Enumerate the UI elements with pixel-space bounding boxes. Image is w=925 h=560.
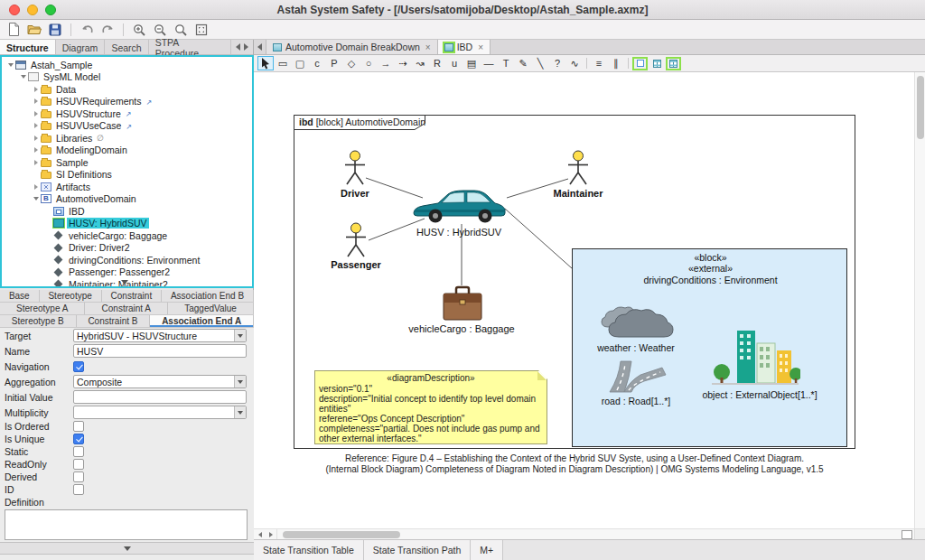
curve-tool-button[interactable]: ∿ (566, 56, 583, 70)
is-unique-checkbox[interactable] (73, 434, 84, 444)
tree-item-ibd[interactable]: IBD (2, 205, 252, 218)
name-input[interactable] (73, 344, 247, 358)
tab-base[interactable]: Base (0, 290, 40, 302)
expander-icon[interactable] (31, 184, 41, 190)
model-tree[interactable]: Astah_Sample SysML Model Data HSUVRequir… (0, 55, 254, 288)
tab-stereotype[interactable]: Stereotype (40, 290, 102, 302)
expander-icon[interactable] (31, 123, 41, 128)
external-object-node[interactable] (710, 327, 800, 387)
tree-item-selected[interactable]: HUSV: HybridSUV (2, 218, 252, 230)
help-tool-button[interactable]: ? (549, 56, 565, 70)
id-checkbox[interactable] (73, 484, 84, 495)
tab-association-end-b[interactable]: Association End B (162, 290, 254, 302)
passenger-actor[interactable] (344, 222, 368, 258)
tree-item-automotive-domain[interactable]: AutomotiveDomain (2, 193, 252, 206)
maintainer-actor[interactable] (566, 150, 590, 186)
tree-item[interactable]: vehicleCargo: Baggage (2, 229, 252, 242)
new-file-button[interactable] (5, 22, 22, 38)
car-node[interactable] (411, 185, 507, 225)
tab-stereotype-a[interactable]: Stereotype A (0, 303, 85, 314)
tab-constraint[interactable]: Constraint (102, 290, 162, 302)
distribute-tool-button[interactable]: ∥ (608, 56, 624, 70)
is-ordered-checkbox[interactable] (73, 421, 84, 432)
text-tool-button[interactable]: T (498, 56, 514, 70)
tab-stpa-procedure[interactable]: STPA Procedure (149, 40, 231, 54)
constraint-tool-button[interactable]: c (309, 56, 325, 70)
zoom-reset-button[interactable] (173, 22, 189, 38)
select-tool-button[interactable] (257, 56, 274, 70)
close-window-button[interactable] (9, 5, 20, 15)
scroll-tabs-left-icon[interactable] (236, 43, 240, 51)
flow-tool-button[interactable]: → (378, 56, 394, 70)
scroll-right-button[interactable] (266, 529, 277, 539)
tab-automotive-domain-breakdown[interactable]: Automotive Domain BreakDown × (266, 40, 438, 54)
tree-item[interactable]: Driver: Driver2 (2, 242, 252, 255)
diagram-canvas[interactable]: ibd [block] AutomotiveDomain Driver (254, 72, 925, 539)
tab-structure[interactable]: Structure (0, 40, 56, 54)
tree-item[interactable]: Sample (2, 156, 252, 169)
tree-item-model[interactable]: SysML Model (2, 71, 252, 84)
redo-button[interactable] (99, 22, 116, 38)
expander-icon[interactable] (18, 75, 28, 79)
dependency-tool-button[interactable]: ⇢ (395, 56, 411, 70)
initial-value-input[interactable] (73, 390, 247, 404)
tree-item[interactable]: HSUVUseCase (2, 120, 252, 133)
port-tool-button[interactable]: P (326, 56, 342, 70)
show-frame-toggle-button[interactable] (632, 57, 648, 70)
rectangle-tool-button[interactable]: ▭ (275, 56, 291, 70)
tree-item[interactable]: Passenger: Passenger2 (2, 266, 252, 279)
tree-item[interactable]: ModelingDomain (2, 145, 252, 157)
horizontal-scroll-thumb[interactable] (283, 531, 400, 538)
expander-icon[interactable] (31, 111, 41, 117)
tree-item[interactable]: HSUVRequirements (2, 96, 252, 108)
tab-constraint-a[interactable]: Constraint A (85, 303, 168, 314)
road-node[interactable] (606, 358, 669, 394)
expander-icon[interactable] (31, 98, 41, 104)
dropdown-arrow-icon[interactable] (234, 406, 246, 418)
requirement-tool-button[interactable]: R (429, 56, 445, 70)
scroll-left-button[interactable] (254, 529, 266, 539)
aggregation-combobox[interactable]: Composite (73, 375, 247, 388)
tab-ibd[interactable]: IBD × (438, 40, 491, 54)
dropdown-arrow-icon[interactable] (234, 330, 246, 341)
part-tool-button[interactable]: ◇ (343, 56, 360, 70)
zoom-out-button[interactable] (152, 22, 168, 38)
open-file-button[interactable] (26, 22, 42, 38)
expander-icon[interactable] (5, 63, 15, 67)
environment-block[interactable]: «block» «external» drivingConditions : E… (572, 248, 847, 447)
prev-tab-icon[interactable] (257, 43, 262, 51)
tree-item[interactable]: SI Definitions (2, 169, 252, 182)
minimize-window-button[interactable] (27, 5, 38, 15)
diagonal-line-tool-button[interactable]: ╲ (532, 56, 548, 70)
auto-layout-toggle-button[interactable] (666, 57, 681, 70)
driver-actor[interactable] (343, 150, 367, 186)
tree-item[interactable]: drivingConditions: Environment (2, 254, 252, 266)
zoom-window-button[interactable] (45, 5, 56, 15)
rounded-rectangle-tool-button[interactable]: ▢ (292, 56, 308, 70)
item-flow-tool-button[interactable]: ↝ (412, 56, 428, 70)
expander-icon[interactable] (31, 135, 41, 141)
undo-button[interactable] (79, 22, 95, 38)
scroll-tabs-right-icon[interactable] (244, 43, 248, 51)
align-tool-button[interactable]: ≡ (591, 56, 607, 70)
weather-node[interactable] (597, 296, 677, 340)
grid-toggle-button[interactable] (649, 56, 665, 70)
tab-stereotype-b[interactable]: Stereotype B (0, 315, 77, 327)
close-tab-icon[interactable]: × (425, 42, 431, 52)
expander-icon[interactable] (31, 160, 41, 165)
vertical-scrollbar[interactable] (914, 72, 925, 528)
readonly-checkbox[interactable] (73, 459, 84, 470)
expander-icon[interactable] (31, 87, 41, 92)
vertical-scroll-thumb[interactable] (917, 76, 924, 139)
baggage-node[interactable] (442, 285, 483, 322)
tree-item[interactable]: HSUVStructure (2, 107, 252, 120)
close-tab-icon[interactable]: × (478, 42, 483, 52)
diagram-description-note[interactable]: «diagramDescription» version="0.1" descr… (314, 370, 547, 444)
tree-item[interactable]: Data (2, 83, 252, 96)
multiplicity-combobox[interactable] (73, 406, 247, 419)
tab-m-plus[interactable]: M+ (471, 540, 503, 560)
connector-tool-button[interactable]: ○ (360, 56, 377, 70)
horizontal-scrollbar[interactable] (254, 528, 914, 539)
expander-icon[interactable] (31, 197, 41, 201)
static-checkbox[interactable] (73, 446, 84, 457)
